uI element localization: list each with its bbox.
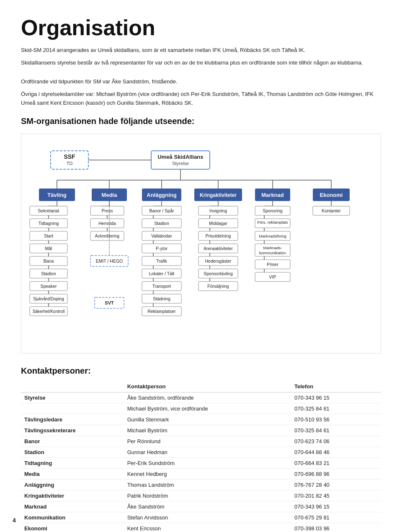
table-row: TävlingsledareGunilla Stenmark070-510 93… [21,414,381,425]
contact-person: Åke Sandström, ordförande [124,392,291,403]
svg-text:Ekonomi: Ekonomi [320,192,343,198]
svg-text:Arenaaktiviteter: Arenaaktiviteter [204,246,233,251]
svg-text:Anläggning: Anläggning [147,192,177,198]
svg-text:Stadion: Stadion [154,221,169,226]
svg-text:SVT: SVT [105,300,114,305]
table-row: EkonomiKent Ericsson070-398 03 96 [21,523,381,532]
contact-role: Tävlingssekreterare [21,425,124,436]
contact-role: Marknad [21,501,124,512]
table-row: StadionGunnar Hedman070-644 88 46 [21,447,381,457]
col-person-header: Kontaktperson [124,382,291,393]
org-chart-wrapper: SSF TD Umeå SkidAllians Styrelse Tävling [26,142,376,345]
contacts-heading: Kontaktpersoner: [21,366,381,376]
page-number: 4 [13,517,16,524]
intro-para1: Skid-SM 2014 arrangerades av Umeå skidal… [21,46,381,54]
contact-role: Styrelse [21,392,124,403]
svg-text:Bana: Bana [44,258,54,263]
intro-para4: Övriga i styrelseledamöter var: Michael … [21,90,381,107]
col-phone-header: Telefon [291,382,381,393]
contact-phone: 070-343 96 15 [291,392,381,403]
svg-text:Städning: Städning [153,296,170,301]
svg-text:Kringaktiviteter: Kringaktiviteter [200,192,237,198]
contact-person: Michael Byström [124,425,291,436]
contact-role: Tävlingsledare [21,414,124,425]
contact-phone: 070-675 29 81 [291,512,381,523]
svg-text:Förs. reklamplats: Förs. reklamplats [258,220,288,225]
contact-person: Gunnar Hedman [124,447,291,457]
svg-text:Media: Media [102,192,118,198]
svg-text:Umeå SkidAllians: Umeå SkidAllians [157,154,203,160]
table-row: AnläggningThomas Landström076-767 28 40 [21,479,381,490]
svg-text:VIP: VIP [269,274,276,279]
svg-text:SSF: SSF [64,153,75,160]
contact-phone: 070-696 88 96 [291,468,381,479]
contact-role: Media [21,468,124,479]
svg-text:Priser: Priser [267,262,278,267]
org-chart-heading: SM-organisationen hade följande utseende… [21,116,381,126]
contact-role: Anläggning [21,479,124,490]
svg-text:Styrelse: Styrelse [172,161,189,166]
svg-text:Stadion: Stadion [41,271,56,276]
svg-text:Tävling: Tävling [47,192,67,198]
svg-text:Hemsida: Hemsida [98,221,116,226]
svg-text:Reklamplatser: Reklamplatser [147,309,176,314]
table-row: MediaKennet Hedberg070-696 88 96 [21,468,381,479]
contact-person: Åke Sandström [124,501,291,512]
svg-text:Sponsring: Sponsring [263,208,282,213]
contact-role: Tidtagning [21,457,124,468]
contact-phone: 070-325 84 61 [291,425,381,436]
svg-text:Prisutdelning: Prisutdelning [206,233,231,238]
contact-phone: 070-664 83 21 [291,457,381,468]
contact-person: Per Rönnlund [124,436,291,447]
contact-phone: 070-343 96 15 [291,501,381,512]
contact-role [21,403,124,414]
org-chart-svg: SSF TD Umeå SkidAllians Styrelse Tävling [26,142,369,343]
svg-text:Banor / Spår: Banor / Spår [149,208,174,213]
org-chart: SSF TD Umeå SkidAllians Styrelse Tävling [21,134,381,354]
contacts-table-header: Kontaktperson Telefon [21,382,381,393]
svg-text:Marknad: Marknad [261,192,284,198]
svg-text:P-ytor: P-ytor [156,246,168,251]
svg-text:Invigning: Invigning [209,208,227,213]
svg-text:Tidtagning: Tidtagning [39,221,59,226]
contact-person: Thomas Landström [124,479,291,490]
svg-text:Hedersgäster: Hedersgäster [205,258,232,263]
table-row: BanorPer Rönnlund070-623 74 06 [21,436,381,447]
svg-text:Lokaler / Tält: Lokaler / Tält [149,271,175,276]
table-row: Michael Byström, vice ordförande070-325 … [21,403,381,414]
svg-text:Marknadsföring: Marknadsföring [259,234,286,238]
intro-para2: Skidalliansens styrelse består av två re… [21,59,381,67]
contact-person: Kent Ericsson [124,523,291,532]
contact-role: Stadion [21,447,124,457]
svg-text:Sjukvård/Doping: Sjukvård/Doping [33,297,64,301]
svg-text:Sekretariat: Sekretariat [38,208,59,213]
svg-text:Sponsortävling: Sponsortävling [204,271,233,276]
svg-text:Vallabodar: Vallabodar [151,233,172,238]
contact-person: Gunilla Stenmark [124,414,291,425]
contacts-table-body: StyrelseÅke Sandström, ordförande070-343… [21,392,381,532]
table-row: KringaktiviteterPatrik Nordström070-201 … [21,490,381,501]
svg-text:EMIT / HEGO: EMIT / HEGO [96,258,123,263]
contact-phone: 070-325 84 61 [291,403,381,414]
svg-text:Speaker: Speaker [40,284,57,289]
table-row: KommunikationStefan Arvidsson070-675 29 … [21,512,381,523]
contact-phone: 070-201 82 45 [291,490,381,501]
svg-text:Transport: Transport [152,284,171,289]
contact-role: Kringaktiviteter [21,490,124,501]
svg-text:Middagar: Middagar [209,221,227,226]
svg-text:Press: Press [102,208,113,213]
contact-role: Banor [21,436,124,447]
svg-text:Marknads-: Marknads- [263,245,282,250]
contact-person: Patrik Nordström [124,490,291,501]
col-role-header [21,382,124,393]
contact-person: Michael Byström, vice ordförande [124,403,291,414]
contact-phone: 076-767 28 40 [291,479,381,490]
svg-text:Säkerhet/Kontroll: Säkerhet/Kontroll [33,309,65,314]
svg-text:Trafik: Trafik [156,258,168,263]
contact-person: Stefan Arvidsson [124,512,291,523]
contact-phone: 070-398 03 96 [291,523,381,532]
contact-person: Kennet Hedberg [124,468,291,479]
contact-role: Ekonomi [21,523,124,532]
contact-phone: 070-510 93 56 [291,414,381,425]
svg-text:Start: Start [44,233,53,238]
